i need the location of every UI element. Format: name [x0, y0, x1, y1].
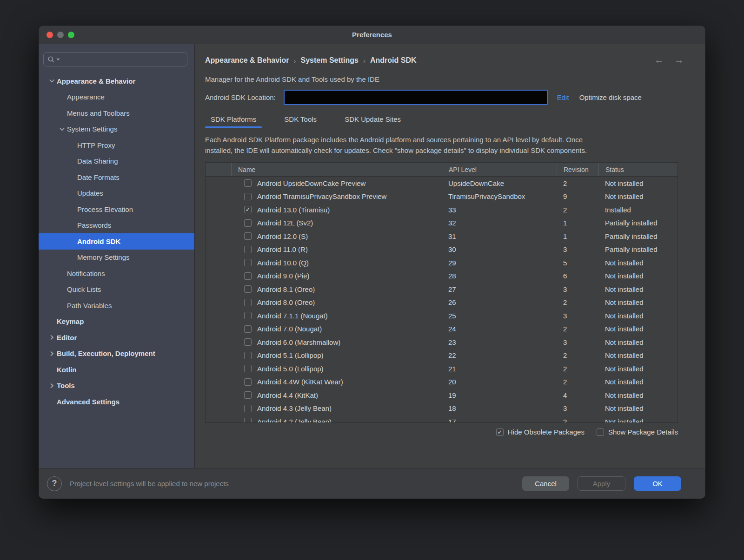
package-checkbox[interactable] — [244, 325, 252, 333]
package-checkbox[interactable] — [244, 206, 252, 213]
package-checkbox[interactable] — [244, 418, 252, 423]
table-row[interactable]: Android 8.1 (Oreo) 27 3 Not installed — [206, 283, 678, 296]
package-checkbox[interactable] — [244, 219, 252, 227]
package-checkbox[interactable] — [244, 285, 252, 293]
back-arrow-icon[interactable]: ← — [654, 55, 664, 65]
table-row[interactable]: Android 6.0 (Marshmallow) 23 3 Not insta… — [206, 336, 678, 349]
breadcrumb-item-android-sdk[interactable]: Android SDK — [370, 56, 417, 65]
package-api-level: 31 — [442, 232, 557, 240]
optimize-disk-space-link[interactable]: Optimize disk space — [579, 93, 642, 101]
package-checkbox[interactable] — [244, 179, 252, 187]
package-checkbox[interactable] — [244, 378, 252, 386]
chevron-down-icon[interactable] — [46, 78, 57, 84]
column-header-revision[interactable]: Revision — [557, 163, 598, 176]
table-row[interactable]: Android 4.4W (KitKat Wear) 20 2 Not inst… — [206, 376, 678, 389]
sidebar-item-build-execution-deployment[interactable]: Build, Execution, Deployment — [39, 346, 194, 362]
package-checkbox[interactable] — [244, 312, 252, 319]
sidebar-item-keymap[interactable]: Keymap — [39, 314, 194, 330]
sidebar-item-appearance[interactable]: Appearance — [39, 89, 194, 105]
table-row[interactable]: Android 10.0 (Q) 29 5 Not installed — [206, 256, 678, 270]
option-checkbox[interactable] — [597, 428, 604, 436]
ok-button[interactable]: OK — [634, 476, 681, 491]
chevron-right-icon[interactable] — [46, 383, 57, 389]
sidebar-item-http-proxy[interactable]: HTTP Proxy — [39, 137, 194, 153]
table-row[interactable]: Android 7.0 (Nougat) 24 2 Not installed — [206, 323, 678, 336]
tab-sdk-update-sites[interactable]: SDK Update Sites — [339, 112, 406, 128]
package-checkbox[interactable] — [244, 365, 252, 372]
table-row[interactable]: Android 11.0 (R) 30 3 Partially installe… — [206, 243, 678, 257]
table-row[interactable]: Android TiramisuPrivacySandbox Preview T… — [206, 190, 678, 204]
package-api-level: 22 — [442, 351, 557, 359]
sidebar-item-updates[interactable]: Updates — [39, 185, 194, 202]
sidebar-item-advanced-settings[interactable]: Advanced Settings — [39, 394, 194, 410]
sidebar-item-passwords[interactable]: Passwords — [39, 217, 194, 234]
tab-sdk-platforms[interactable]: SDK Platforms — [205, 112, 262, 128]
table-row[interactable]: Android 8.0 (Oreo) 26 2 Not installed — [206, 296, 678, 310]
package-revision: 2 — [557, 206, 598, 214]
sidebar-item-quick-lists[interactable]: Quick Lists — [39, 282, 194, 298]
option-show-package-details[interactable]: Show Package Details — [597, 428, 678, 436]
option-hide-obsolete-packages[interactable]: Hide Obsolete Packages — [496, 428, 585, 436]
table-row[interactable]: Android 7.1.1 (Nougat) 25 3 Not installe… — [206, 309, 678, 323]
table-row[interactable]: Android 4.2 (Jelly Bean) 17 2 Not instal… — [206, 415, 678, 423]
option-checkbox[interactable] — [496, 428, 504, 436]
chevron-right-icon[interactable] — [46, 335, 57, 340]
search-options-caret-icon[interactable] — [56, 59, 60, 60]
package-status: Not installed — [598, 338, 678, 346]
sidebar-item-memory-settings[interactable]: Memory Settings — [39, 250, 194, 266]
table-row[interactable]: Android 5.1 (Lollipop) 22 2 Not installe… — [206, 349, 678, 362]
breadcrumb-item-system-settings[interactable]: System Settings — [301, 56, 359, 65]
package-revision: 1 — [557, 232, 598, 240]
sidebar-item-data-sharing[interactable]: Data Sharing — [39, 153, 194, 170]
title-bar[interactable]: Preferences — [39, 26, 705, 44]
sidebar-item-android-sdk[interactable]: Android SDK — [39, 233, 194, 250]
cancel-button[interactable]: Cancel — [522, 476, 569, 491]
sidebar-item-tools[interactable]: Tools — [39, 378, 194, 394]
table-row[interactable]: Android UpsideDownCake Preview UpsideDow… — [206, 177, 678, 190]
package-name: Android UpsideDownCake Preview — [257, 179, 365, 187]
edit-link[interactable]: Edit — [557, 93, 569, 101]
table-row[interactable]: Android 4.3 (Jelly Bean) 18 3 Not instal… — [206, 402, 678, 415]
sidebar-item-kotlin[interactable]: Kotlin — [39, 362, 194, 378]
table-row[interactable]: Android 12L (Sv2) 32 1 Partially install… — [206, 217, 678, 230]
table-row[interactable]: Android 9.0 (Pie) 28 6 Not installed — [206, 270, 678, 283]
sidebar-item-path-variables[interactable]: Path Variables — [39, 297, 194, 314]
chevron-right-icon[interactable] — [46, 351, 57, 356]
close-window-button[interactable] — [46, 32, 53, 38]
table-row[interactable]: Android 4.4 (KitKat) 19 4 Not installed — [206, 389, 678, 402]
package-checkbox[interactable] — [244, 338, 252, 346]
column-header-status[interactable]: Status — [598, 163, 678, 176]
package-checkbox[interactable] — [244, 193, 252, 200]
breadcrumb-item-appearance-behavior[interactable]: Appearance & Behavior — [205, 56, 289, 65]
sidebar-item-editor[interactable]: Editor — [39, 329, 194, 346]
package-checkbox[interactable] — [244, 246, 252, 253]
search-input[interactable] — [61, 56, 183, 63]
package-status: Not installed — [598, 272, 678, 280]
sidebar-item-notifications[interactable]: Notifications — [39, 265, 194, 282]
tab-sdk-tools[interactable]: SDK Tools — [279, 112, 322, 128]
package-checkbox[interactable] — [244, 352, 252, 359]
package-checkbox[interactable] — [244, 405, 252, 412]
apply-button[interactable]: Apply — [578, 476, 625, 491]
help-icon[interactable]: ? — [47, 476, 62, 491]
zoom-window-button[interactable] — [68, 32, 74, 38]
package-checkbox[interactable] — [244, 272, 252, 280]
package-checkbox[interactable] — [244, 299, 252, 306]
forward-arrow-icon[interactable]: → — [674, 55, 684, 65]
column-header-name[interactable]: Name — [231, 163, 442, 176]
package-checkbox[interactable] — [244, 391, 252, 399]
table-row[interactable]: Android 5.0 (Lollipop) 21 2 Not installe… — [206, 362, 678, 376]
sidebar-item-menus-and-toolbars[interactable]: Menus and Toolbars — [39, 105, 194, 121]
table-row[interactable]: Android 12.0 (S) 31 1 Partially installe… — [206, 230, 678, 243]
package-checkbox[interactable] — [244, 259, 252, 266]
settings-search-field[interactable] — [43, 52, 187, 66]
sidebar-item-appearance-behavior[interactable]: Appearance & Behavior — [39, 73, 194, 89]
chevron-down-icon[interactable] — [57, 126, 67, 132]
sidebar-item-process-elevation[interactable]: Process Elevation — [39, 201, 194, 217]
sidebar-item-date-formats[interactable]: Date Formats — [39, 169, 194, 185]
column-header-api-level[interactable]: API Level — [442, 163, 557, 176]
table-row[interactable]: Android 13.0 (Tiramisu) 33 2 Installed — [206, 203, 678, 217]
sidebar-item-system-settings[interactable]: System Settings — [39, 121, 194, 138]
package-checkbox[interactable] — [244, 232, 252, 240]
sdk-location-input[interactable] — [284, 90, 548, 105]
